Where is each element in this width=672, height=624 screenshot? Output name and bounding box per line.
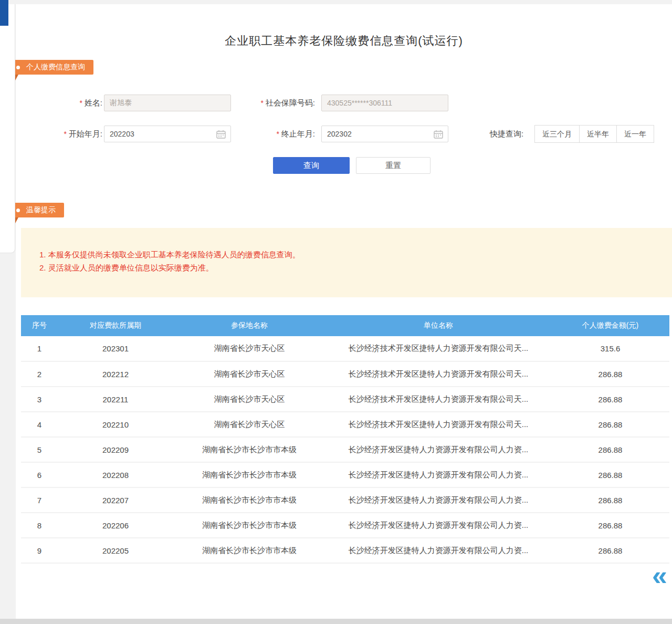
cell-seq: 1 — [21, 336, 58, 361]
cell-place: 湖南省长沙市长沙市市本级 — [173, 437, 326, 462]
cell-period: 202206 — [58, 513, 173, 538]
quick-last-3-months-button[interactable]: 近三个月 — [534, 125, 580, 143]
quick-query-group: 近三个月 近半年 近一年 — [534, 125, 654, 143]
cell-seq: 4 — [21, 412, 58, 437]
name-label: *姓名: — [37, 95, 102, 111]
section-badge-personal-query: 个人缴费信息查询 — [9, 60, 93, 75]
required-asterisk: * — [64, 130, 66, 138]
required-asterisk: * — [260, 99, 263, 107]
table-row: 5 202209 湖南省长沙市长沙市市本级 长沙经济开发区捷特人力资源开发有限公… — [21, 437, 669, 462]
cell-amount: 286.88 — [551, 513, 669, 538]
payment-records-table: 序号 对应费款所属期 参保地名称 单位名称 个人缴费金额(元) 1 202301… — [21, 315, 669, 564]
quick-query-label: 快捷查询: — [490, 126, 532, 142]
table-row: 3 202211 湖南省长沙市天心区 长沙经济技术开发区捷特人力资源开发有限公司… — [21, 387, 669, 412]
table-header: 序号 对应费款所属期 参保地名称 单位名称 个人缴费金额(元) — [21, 315, 669, 336]
cell-seq: 7 — [21, 487, 58, 513]
table-row: 2 202212 湖南省长沙市天心区 长沙经济技术开发区捷特人力资源开发有限公司… — [21, 361, 669, 387]
quick-last-year-button[interactable]: 近一年 — [616, 125, 654, 143]
cell-period: 202212 — [58, 361, 173, 387]
cell-unit: 长沙经济开发区捷特人力资源开发有限公司人力资... — [326, 487, 551, 513]
col-header-period: 对应费款所属期 — [58, 315, 173, 336]
tips-text: 1. 本服务仅提供尚未领取企业职工基本养老保险待遇人员的缴费信息查询。 2. 灵… — [39, 248, 300, 274]
cell-unit: 长沙经济开发区捷特人力资源开发有限公司人力资... — [326, 437, 551, 462]
cell-amount: 286.88 — [551, 387, 669, 412]
cell-place: 湖南省长沙市天心区 — [173, 361, 326, 387]
cell-seq: 2 — [21, 361, 58, 387]
section-badge-label: 温馨提示 — [26, 205, 56, 215]
cell-period: 202208 — [58, 462, 173, 487]
col-header-unit: 单位名称 — [326, 315, 551, 336]
table-row: 9 202205 湖南省长沙市长沙市市本级 长沙经济开发区捷特人力资源开发有限公… — [21, 538, 669, 563]
cell-place: 湖南省长沙市天心区 — [173, 412, 326, 437]
cell-amount: 286.88 — [551, 437, 669, 462]
cell-seq: 6 — [21, 462, 58, 487]
cell-unit: 长沙经济开发区捷特人力资源开发有限公司人力资... — [326, 513, 551, 538]
cell-amount: 286.88 — [551, 538, 669, 563]
cell-unit: 长沙经济开发区捷特人力资源开发有限公司人力资... — [326, 538, 551, 563]
cell-period: 202207 — [58, 487, 173, 513]
end-month-label: *终止年月: — [247, 126, 315, 142]
start-month-label: *开始年月: — [37, 126, 102, 142]
name-field[interactable] — [104, 95, 231, 111]
cell-seq: 8 — [21, 513, 58, 538]
main-panel: 企业职工基本养老保险缴费信息查询(试运行) 个人缴费信息查询 *姓名: *社会保… — [16, 4, 672, 619]
page-title: 企业职工基本养老保险缴费信息查询(试运行) — [16, 33, 672, 49]
cell-place: 湖南省长沙市天心区 — [173, 336, 326, 361]
section-badge-tips: 温馨提示 — [9, 203, 64, 217]
bullet-icon — [16, 66, 20, 69]
query-button[interactable]: 查询 — [273, 157, 350, 174]
cell-place: 湖南省长沙市长沙市市本级 — [173, 513, 326, 538]
section-badge-label: 个人缴费信息查询 — [26, 63, 85, 72]
col-header-amount: 个人缴费金额(元) — [551, 315, 669, 336]
table-row: 6 202208 湖南省长沙市长沙市市本级 长沙经济开发区捷特人力资源开发有限公… — [21, 462, 669, 487]
cell-amount: 286.88 — [551, 412, 669, 437]
tips-panel: 1. 本服务仅提供尚未领取企业职工基本养老保险待遇人员的缴费信息查询。 2. 灵… — [21, 228, 672, 297]
table-row: 7 202207 湖南省长沙市长沙市市本级 长沙经济开发区捷特人力资源开发有限公… — [21, 487, 669, 513]
table-row: 8 202206 湖南省长沙市长沙市市本级 长沙经济开发区捷特人力资源开发有限公… — [21, 513, 669, 538]
ssn-label: *社会保障号码: — [236, 95, 315, 111]
cell-unit: 长沙经济技术开发区捷特人力资源开发有限公司天... — [326, 336, 551, 361]
tips-line-1: 1. 本服务仅提供尚未领取企业职工基本养老保险待遇人员的缴费信息查询。 — [39, 248, 300, 261]
collapsed-menu-block[interactable] — [0, 0, 8, 26]
table-row: 1 202301 湖南省长沙市天心区 长沙经济技术开发区捷特人力资源开发有限公司… — [21, 336, 669, 361]
cell-unit: 长沙经济开发区捷特人力资源开发有限公司人力资... — [326, 462, 551, 487]
ssn-field[interactable] — [321, 95, 448, 111]
calendar-icon[interactable] — [216, 130, 226, 139]
cell-seq: 9 — [21, 538, 58, 563]
form-buttons-row: 查询 重置 — [16, 157, 672, 174]
cell-period: 202211 — [58, 387, 173, 412]
cell-place: 湖南省长沙市长沙市市本级 — [173, 538, 326, 563]
calendar-icon[interactable] — [434, 130, 443, 139]
cell-amount: 286.88 — [551, 361, 669, 387]
cell-unit: 长沙经济技术开发区捷特人力资源开发有限公司天... — [326, 387, 551, 412]
cell-amount: 286.88 — [551, 462, 669, 487]
start-month-field[interactable] — [104, 126, 231, 142]
bottom-scroll-strip — [0, 619, 672, 624]
cell-amount: 286.88 — [551, 487, 669, 513]
cell-seq: 3 — [21, 387, 58, 412]
required-asterisk: * — [276, 130, 279, 138]
quick-last-half-year-button[interactable]: 近半年 — [579, 125, 617, 143]
tips-line-2: 2. 灵活就业人员的缴费单位信息以实际缴费为准。 — [39, 261, 300, 274]
table-body: 1 202301 湖南省长沙市天心区 长沙经济技术开发区捷特人力资源开发有限公司… — [21, 336, 669, 563]
reset-button[interactable]: 重置 — [356, 157, 430, 174]
cell-unit: 长沙经济技术开发区捷特人力资源开发有限公司天... — [326, 412, 551, 437]
cell-period: 202301 — [58, 336, 173, 361]
collapse-double-chevron-icon[interactable]: « — [652, 562, 667, 589]
col-header-seq: 序号 — [21, 315, 58, 336]
cell-period: 202205 — [58, 538, 173, 563]
end-month-field[interactable] — [321, 126, 448, 142]
cell-seq: 5 — [21, 437, 58, 462]
required-asterisk: * — [79, 99, 82, 107]
cell-period: 202210 — [58, 412, 173, 437]
sidebar-remnant — [0, 4, 15, 253]
cell-place: 湖南省长沙市天心区 — [173, 387, 326, 412]
table-row: 4 202210 湖南省长沙市天心区 长沙经济技术开发区捷特人力资源开发有限公司… — [21, 412, 669, 437]
cell-amount: 315.6 — [551, 336, 669, 361]
col-header-place: 参保地名称 — [173, 315, 326, 336]
bullet-icon — [16, 209, 20, 212]
cell-place: 湖南省长沙市长沙市市本级 — [173, 487, 326, 513]
cell-period: 202209 — [58, 437, 173, 462]
cell-unit: 长沙经济技术开发区捷特人力资源开发有限公司天... — [326, 361, 551, 387]
cell-place: 湖南省长沙市长沙市市本级 — [173, 462, 326, 487]
